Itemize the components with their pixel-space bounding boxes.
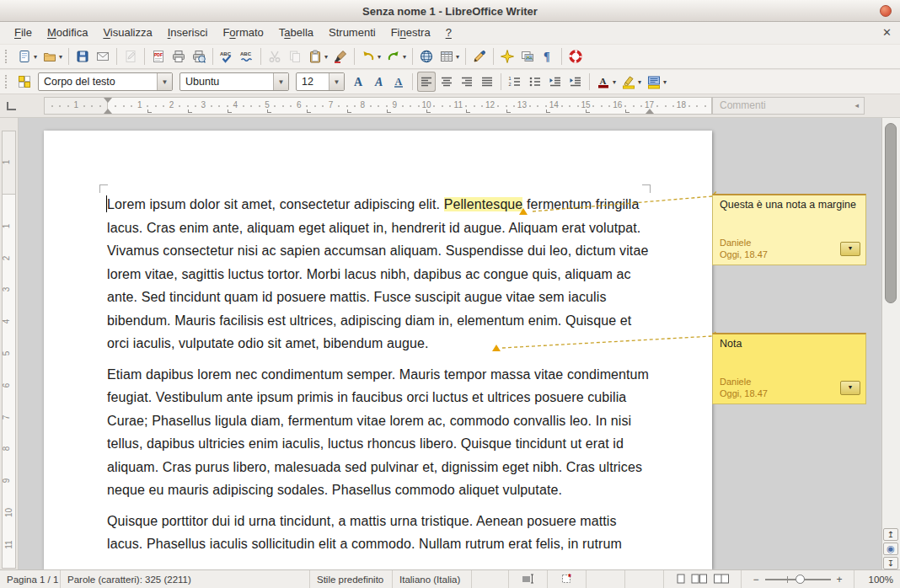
- status-page-number[interactable]: Pagina 1 / 1: [0, 570, 61, 588]
- unsaved-changes-icon[interactable]: *: [561, 573, 573, 585]
- italic-button[interactable]: A: [369, 72, 388, 92]
- margin-comment-2[interactable]: NotaDanieleOggi, 18.47▼: [712, 333, 866, 404]
- tab-stop-type-icon[interactable]: [7, 102, 16, 110]
- margin-comment-1[interactable]: Questa è una nota a margineDanieleOggi, …: [712, 194, 866, 265]
- document-page[interactable]: Lorem ipsum dolor sit amet, consectetur …: [44, 131, 712, 569]
- book-view-icon[interactable]: [713, 573, 730, 586]
- close-document-icon[interactable]: ✕: [882, 22, 892, 44]
- send-email-button[interactable]: [94, 46, 112, 67]
- right-indent-marker[interactable]: [646, 109, 654, 114]
- align-left-button[interactable]: [417, 72, 436, 92]
- scrollbar-thumb[interactable]: [885, 123, 897, 303]
- bullet-list-button[interactable]: [526, 72, 544, 92]
- menu-modifica[interactable]: Modifica: [40, 22, 95, 44]
- zoom-slider-knob[interactable]: [796, 575, 805, 584]
- font-size-combo[interactable]: 12 ▼: [296, 72, 345, 91]
- font-color-button[interactable]: A▾: [594, 72, 618, 92]
- new-document-button[interactable]: ▾: [15, 46, 39, 67]
- increase-indent-button[interactable]: [566, 72, 585, 92]
- paragraph-style-grid-button[interactable]: [15, 72, 34, 92]
- menu-visualizza[interactable]: Visualizza: [95, 22, 159, 44]
- status-page-style[interactable]: Stile predefinito: [310, 570, 393, 588]
- paste-button[interactable]: ▾: [306, 46, 329, 67]
- help-button[interactable]: [566, 46, 585, 67]
- bold-button[interactable]: A: [349, 72, 367, 92]
- align-center-button[interactable]: [437, 72, 456, 92]
- export-pdf-button[interactable]: PDF: [149, 46, 168, 67]
- font-name-combo[interactable]: Ubuntu ▼: [179, 72, 289, 91]
- open-button[interactable]: ▾: [40, 46, 64, 67]
- navigation-button[interactable]: ◉: [883, 543, 898, 555]
- zoom-percentage[interactable]: 100%: [854, 570, 900, 588]
- toolbar-drag-handle[interactable]: [5, 75, 11, 88]
- paragraph-background-button[interactable]: ▾: [645, 72, 668, 92]
- horizontal-ruler[interactable]: 1123456789101112131415161718 Commenti ◂: [0, 94, 900, 118]
- gallery-button[interactable]: [518, 46, 537, 67]
- first-line-indent-marker[interactable]: [104, 98, 112, 103]
- zoom-out-icon[interactable]: −: [753, 574, 758, 585]
- chevron-down-icon[interactable]: ▾: [638, 78, 641, 86]
- print-button[interactable]: [169, 46, 188, 67]
- chevron-down-icon[interactable]: ▾: [403, 53, 406, 61]
- chevron-down-icon[interactable]: ▾: [456, 53, 459, 61]
- menu-finestra[interactable]: Finestra: [383, 22, 438, 44]
- zoom-in-icon[interactable]: +: [837, 574, 843, 585]
- undo-button[interactable]: ▾: [359, 46, 383, 67]
- status-word-count[interactable]: Parole (caratteri): 325 (2211): [61, 570, 310, 588]
- chevron-down-icon[interactable]: ▼: [329, 73, 344, 90]
- chevron-down-icon[interactable]: ▾: [378, 53, 381, 61]
- vertical-scrollbar[interactable]: [881, 118, 900, 569]
- comment-highlight[interactable]: Pellentesque: [444, 197, 523, 211]
- titlebar[interactable]: Senza nome 1 - LibreOffice Writer: [0, 0, 900, 22]
- menu-tabella[interactable]: Tabella: [271, 22, 321, 44]
- formatting-marks-button[interactable]: ¶: [538, 46, 557, 67]
- status-language[interactable]: Italiano (Italia): [393, 570, 472, 588]
- selection-mode-icon[interactable]: [522, 574, 535, 585]
- numbered-list-button[interactable]: 12: [506, 72, 524, 92]
- horizontal-ruler-band[interactable]: 1123456789101112131415161718: [44, 97, 712, 115]
- menu-formato[interactable]: Formato: [215, 22, 271, 44]
- highlighting-button[interactable]: ▾: [619, 72, 643, 92]
- insert-table-button[interactable]: ▾: [437, 46, 461, 67]
- toolbar-drag-handle[interactable]: [5, 50, 11, 63]
- document-text[interactable]: Lorem ipsum dolor sit amet, consectetur …: [107, 193, 651, 564]
- hyperlink-button[interactable]: [417, 46, 436, 67]
- navigator-button[interactable]: [498, 46, 517, 67]
- save-button[interactable]: [73, 46, 92, 67]
- chevron-down-icon[interactable]: ▾: [59, 53, 62, 61]
- chevron-down-icon[interactable]: ▾: [34, 53, 37, 61]
- single-page-view-icon[interactable]: [676, 573, 686, 586]
- vertical-ruler[interactable]: 11234567891011: [0, 118, 19, 569]
- menu-help[interactable]: ?: [438, 22, 459, 44]
- comment-menu-button[interactable]: ▼: [840, 242, 860, 256]
- spellcheck-button[interactable]: ABC: [217, 46, 236, 67]
- multi-page-view-icon[interactable]: [691, 573, 708, 586]
- chevron-down-icon[interactable]: ▾: [324, 53, 328, 61]
- align-right-button[interactable]: [458, 72, 476, 92]
- comment-anchor-icon[interactable]: [519, 208, 528, 215]
- previous-page-button[interactable]: ↥: [883, 528, 898, 541]
- vertical-ruler-band[interactable]: 11234567891011: [2, 131, 16, 569]
- menu-inserisci[interactable]: Inserisci: [160, 22, 216, 44]
- collapse-comments-icon[interactable]: ◂: [854, 98, 859, 114]
- window-control-dot-icon[interactable]: [880, 5, 892, 17]
- menu-strumenti[interactable]: Strumenti: [321, 22, 383, 44]
- selection-mode-cell[interactable]: [509, 570, 548, 588]
- chevron-down-icon[interactable]: ▼: [273, 73, 288, 90]
- zoom-slider[interactable]: [765, 579, 831, 580]
- paragraph-style-combo[interactable]: Corpo del testo ▼: [38, 72, 173, 91]
- redo-button[interactable]: ▾: [384, 46, 408, 67]
- print-preview-button[interactable]: [190, 46, 208, 67]
- clone-formatting-button[interactable]: [331, 46, 350, 67]
- chevron-down-icon[interactable]: ▾: [663, 78, 667, 86]
- chevron-down-icon[interactable]: ▼: [157, 73, 172, 90]
- next-page-button[interactable]: ↧: [883, 557, 898, 569]
- auto-spellcheck-button[interactable]: ABC: [238, 46, 256, 67]
- menu-file[interactable]: File: [7, 22, 40, 44]
- decrease-indent-button[interactable]: [546, 72, 565, 92]
- comment-menu-button[interactable]: ▼: [840, 381, 860, 395]
- left-indent-marker[interactable]: [104, 109, 112, 114]
- justify-button[interactable]: [478, 72, 496, 92]
- show-draw-functions-button[interactable]: [470, 46, 489, 67]
- unsaved-changes-cell[interactable]: *: [548, 570, 587, 588]
